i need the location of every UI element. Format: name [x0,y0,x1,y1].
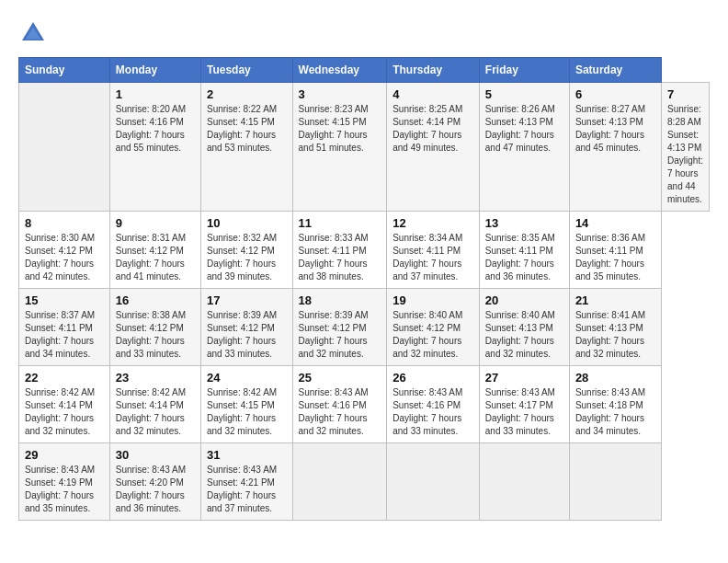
col-header-wednesday: Wednesday [292,58,387,83]
calendar-cell: 13Sunrise: 8:35 AMSunset: 4:11 PMDayligh… [479,212,569,289]
calendar-header: SundayMondayTuesdayWednesdayThursdayFrid… [19,58,710,83]
day-number: 8 [25,216,104,230]
calendar-cell: 30Sunrise: 8:43 AMSunset: 4:20 PMDayligh… [109,443,200,521]
day-number: 31 [207,448,287,462]
day-info: Sunrise: 8:39 AMSunset: 4:12 PMDaylight:… [299,310,369,359]
day-number: 7 [667,87,703,101]
day-info: Sunrise: 8:42 AMSunset: 4:14 PMDaylight:… [25,387,95,436]
day-info: Sunrise: 8:42 AMSunset: 4:15 PMDaylight:… [207,387,277,436]
day-info: Sunrise: 8:34 AMSunset: 4:11 PMDaylight:… [392,233,462,282]
day-number: 29 [25,448,104,462]
day-number: 11 [299,216,381,230]
day-info: Sunrise: 8:42 AMSunset: 4:14 PMDaylight:… [116,387,186,436]
day-number: 19 [392,293,473,307]
day-info: Sunrise: 8:43 AMSunset: 4:21 PMDaylight:… [207,465,277,513]
calendar-cell: 12Sunrise: 8:34 AMSunset: 4:11 PMDayligh… [387,212,480,289]
calendar-table: SundayMondayTuesdayWednesdayThursdayFrid… [18,57,710,521]
calendar-cell: 8Sunrise: 8:30 AMSunset: 4:12 PMDaylight… [19,212,110,289]
calendar-cell: 28Sunrise: 8:43 AMSunset: 4:18 PMDayligh… [569,366,661,443]
day-info: Sunrise: 8:41 AMSunset: 4:13 PMDaylight:… [575,310,645,359]
day-info: Sunrise: 8:23 AMSunset: 4:15 PMDaylight:… [299,104,369,153]
week-row-4: 29Sunrise: 8:43 AMSunset: 4:19 PMDayligh… [19,443,710,521]
day-info: Sunrise: 8:40 AMSunset: 4:13 PMDaylight:… [485,310,555,359]
calendar-cell: 4Sunrise: 8:25 AMSunset: 4:14 PMDaylight… [387,83,480,212]
day-info: Sunrise: 8:43 AMSunset: 4:19 PMDaylight:… [25,465,95,513]
calendar-cell: 23Sunrise: 8:42 AMSunset: 4:14 PMDayligh… [109,366,200,443]
page-header [18,18,710,48]
day-number: 13 [485,216,563,230]
col-header-friday: Friday [479,58,569,83]
col-header-monday: Monday [109,58,200,83]
day-number: 25 [299,371,381,385]
day-number: 18 [299,293,381,307]
day-number: 28 [575,371,655,385]
day-info: Sunrise: 8:33 AMSunset: 4:11 PMDaylight:… [299,233,369,282]
calendar-cell [387,443,480,521]
day-number: 24 [207,371,287,385]
calendar-cell: 16Sunrise: 8:38 AMSunset: 4:12 PMDayligh… [109,289,200,366]
day-number: 14 [575,216,655,230]
calendar-cell: 3Sunrise: 8:23 AMSunset: 4:15 PMDaylight… [292,83,387,212]
col-header-thursday: Thursday [387,58,480,83]
day-number: 10 [207,216,287,230]
day-number: 30 [116,448,195,462]
calendar-cell [569,443,661,521]
week-row-2: 15Sunrise: 8:37 AMSunset: 4:11 PMDayligh… [19,289,710,366]
calendar-cell: 22Sunrise: 8:42 AMSunset: 4:14 PMDayligh… [19,366,110,443]
calendar-cell: 31Sunrise: 8:43 AMSunset: 4:21 PMDayligh… [200,443,292,521]
day-number: 9 [116,216,195,230]
day-number: 12 [392,216,473,230]
day-info: Sunrise: 8:43 AMSunset: 4:16 PMDaylight:… [392,387,462,436]
calendar-cell: 9Sunrise: 8:31 AMSunset: 4:12 PMDaylight… [109,212,200,289]
day-number: 15 [25,293,104,307]
calendar-cell: 24Sunrise: 8:42 AMSunset: 4:15 PMDayligh… [200,366,292,443]
day-info: Sunrise: 8:36 AMSunset: 4:11 PMDaylight:… [575,233,645,282]
week-row-3: 22Sunrise: 8:42 AMSunset: 4:14 PMDayligh… [19,366,710,443]
calendar-cell: 29Sunrise: 8:43 AMSunset: 4:19 PMDayligh… [19,443,110,521]
calendar-cell: 11Sunrise: 8:33 AMSunset: 4:11 PMDayligh… [292,212,387,289]
calendar-cell [292,443,387,521]
col-header-sunday: Sunday [19,58,110,83]
day-info: Sunrise: 8:30 AMSunset: 4:12 PMDaylight:… [25,233,95,282]
day-number: 1 [116,87,195,101]
day-info: Sunrise: 8:43 AMSunset: 4:18 PMDaylight:… [575,387,645,436]
calendar-cell: 27Sunrise: 8:43 AMSunset: 4:17 PMDayligh… [479,366,569,443]
day-info: Sunrise: 8:22 AMSunset: 4:15 PMDaylight:… [207,104,277,153]
day-info: Sunrise: 8:43 AMSunset: 4:17 PMDaylight:… [485,387,555,436]
calendar-cell [19,83,110,212]
day-info: Sunrise: 8:31 AMSunset: 4:12 PMDaylight:… [116,233,186,282]
logo-icon [18,18,48,48]
day-number: 17 [207,293,287,307]
logo [18,18,51,48]
calendar-cell [479,443,569,521]
calendar-cell: 14Sunrise: 8:36 AMSunset: 4:11 PMDayligh… [569,212,661,289]
col-header-tuesday: Tuesday [200,58,292,83]
day-info: Sunrise: 8:40 AMSunset: 4:12 PMDaylight:… [392,310,462,359]
week-row-1: 8Sunrise: 8:30 AMSunset: 4:12 PMDaylight… [19,212,710,289]
day-number: 3 [299,87,381,101]
calendar-cell: 1Sunrise: 8:20 AMSunset: 4:16 PMDaylight… [109,83,200,212]
calendar-cell: 21Sunrise: 8:41 AMSunset: 4:13 PMDayligh… [569,289,661,366]
calendar-cell: 6Sunrise: 8:27 AMSunset: 4:13 PMDaylight… [569,83,661,212]
day-info: Sunrise: 8:38 AMSunset: 4:12 PMDaylight:… [116,310,186,359]
calendar-cell: 15Sunrise: 8:37 AMSunset: 4:11 PMDayligh… [19,289,110,366]
calendar-cell: 19Sunrise: 8:40 AMSunset: 4:12 PMDayligh… [387,289,480,366]
day-info: Sunrise: 8:43 AMSunset: 4:16 PMDaylight:… [299,387,369,436]
calendar-cell: 10Sunrise: 8:32 AMSunset: 4:12 PMDayligh… [200,212,292,289]
calendar-cell: 5Sunrise: 8:26 AMSunset: 4:13 PMDaylight… [479,83,569,212]
day-info: Sunrise: 8:35 AMSunset: 4:11 PMDaylight:… [485,233,555,282]
day-info: Sunrise: 8:27 AMSunset: 4:13 PMDaylight:… [575,104,645,153]
day-info: Sunrise: 8:32 AMSunset: 4:12 PMDaylight:… [207,233,277,282]
day-info: Sunrise: 8:26 AMSunset: 4:13 PMDaylight:… [485,104,555,153]
day-number: 27 [485,371,563,385]
day-number: 4 [392,87,473,101]
day-number: 23 [116,371,195,385]
calendar-cell: 20Sunrise: 8:40 AMSunset: 4:13 PMDayligh… [479,289,569,366]
col-header-saturday: Saturday [569,58,661,83]
day-info: Sunrise: 8:37 AMSunset: 4:11 PMDaylight:… [25,310,95,359]
day-info: Sunrise: 8:39 AMSunset: 4:12 PMDaylight:… [207,310,277,359]
calendar-cell: 7Sunrise: 8:28 AMSunset: 4:13 PMDaylight… [662,83,710,212]
week-row-0: 1Sunrise: 8:20 AMSunset: 4:16 PMDaylight… [19,83,710,212]
day-info: Sunrise: 8:43 AMSunset: 4:20 PMDaylight:… [116,465,186,513]
day-info: Sunrise: 8:25 AMSunset: 4:14 PMDaylight:… [392,104,462,153]
